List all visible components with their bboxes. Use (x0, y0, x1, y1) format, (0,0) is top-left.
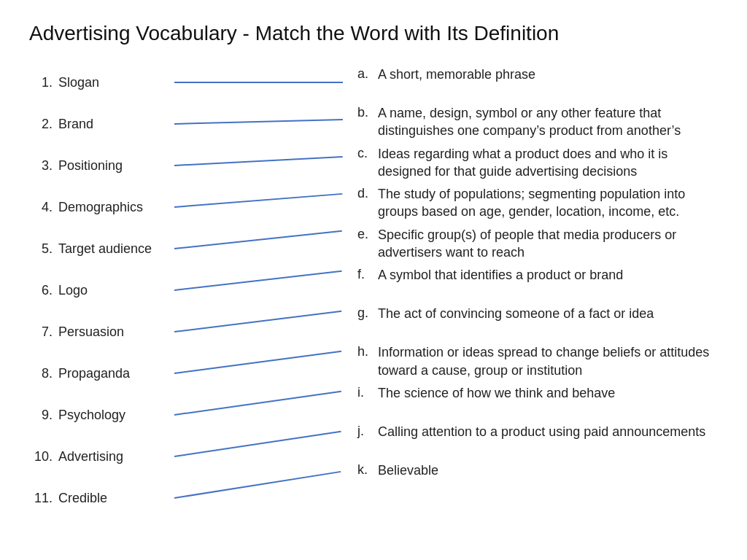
item-number: 5. (29, 241, 53, 257)
left-column: 1.Slogan2.Brand3.Positioning4.Demographi… (29, 66, 343, 523)
right-item: i.The science of how we think and behave (357, 384, 718, 418)
left-item: 3.Positioning (29, 149, 343, 182)
left-item: 5.Target audience (29, 232, 343, 265)
item-word: Advertising (58, 449, 171, 464)
left-item: 10.Advertising (29, 440, 343, 473)
right-item: g.The act of convincing someone of a fac… (357, 305, 718, 338)
item-number: 8. (29, 366, 53, 381)
right-item: h.Information or ideas spread to change … (357, 343, 718, 379)
match-line (174, 431, 341, 457)
right-item: e.Specific group(s) of people that media… (357, 226, 718, 262)
right-item: k.Believable (357, 462, 718, 495)
item-number: 11. (29, 491, 53, 506)
definition-text: The act of convincing someone of a fact … (378, 305, 718, 322)
left-item: 7.Persuasion (29, 315, 343, 349)
item-word: Psychology (58, 408, 171, 423)
item-word: Logo (58, 283, 171, 298)
item-number: 2. (29, 117, 53, 132)
definition-text: Specific group(s) of people that media p… (378, 226, 718, 262)
page-title: Advertising Vocabulary - Match the Word … (29, 22, 718, 45)
definition-letter: h. (357, 343, 378, 359)
definition-text: Information or ideas spread to change be… (378, 343, 718, 379)
definition-letter: e. (357, 226, 378, 242)
definition-letter: c. (357, 145, 378, 161)
match-line (174, 471, 341, 499)
item-number: 1. (29, 75, 53, 90)
definition-letter: g. (357, 305, 378, 321)
match-line (174, 119, 343, 125)
right-item: d.The study of populations; segmenting p… (357, 185, 718, 221)
definition-text: The science of how we think and behave (378, 384, 718, 402)
item-word: Brand (58, 117, 171, 132)
item-number: 9. (29, 408, 53, 423)
item-word: Slogan (58, 75, 171, 90)
match-line (174, 82, 343, 83)
item-word: Credible (58, 491, 171, 506)
match-line (174, 391, 341, 416)
right-item: c.Ideas regarding what a product does an… (357, 145, 718, 181)
match-container: 1.Slogan2.Brand3.Positioning4.Demographi… (29, 66, 718, 523)
right-item: f.A symbol that identifies a product or … (357, 266, 718, 300)
definition-letter: b. (357, 104, 378, 120)
item-number: 10. (29, 449, 53, 464)
match-line (174, 351, 341, 374)
match-line (174, 156, 343, 166)
definition-text: A name, design, symbol or any other feat… (378, 104, 718, 140)
item-number: 3. (29, 158, 53, 174)
item-number: 7. (29, 324, 53, 340)
right-item: b.A name, design, symbol or any other fe… (357, 104, 718, 140)
left-item: 4.Demographics (29, 190, 343, 224)
match-line (174, 230, 342, 249)
left-item: 11.Credible (29, 481, 343, 515)
definition-text: The study of populations; segmenting pop… (378, 185, 718, 221)
item-word: Persuasion (58, 324, 171, 340)
definition-text: A short, memorable phrase (378, 66, 718, 83)
definition-letter: f. (357, 266, 378, 282)
right-column: a.A short, memorable phraseb.A name, des… (343, 66, 718, 523)
definition-letter: k. (357, 462, 378, 478)
definition-letter: a. (357, 66, 378, 82)
item-word: Positioning (58, 158, 171, 174)
right-item: j.Calling attention to a product using p… (357, 423, 718, 456)
left-item: 2.Brand (29, 107, 343, 141)
left-item: 8.Propaganda (29, 357, 343, 390)
right-item: a.A short, memorable phrase (357, 66, 718, 99)
definition-letter: i. (357, 384, 378, 400)
left-item: 9.Psychology (29, 398, 343, 432)
definition-text: Ideas regarding what a product does and … (378, 145, 718, 181)
match-line (174, 311, 342, 332)
item-word: Target audience (58, 241, 171, 257)
left-item: 1.Slogan (29, 66, 343, 99)
definition-text: A symbol that identifies a product or br… (378, 266, 718, 284)
left-item: 6.Logo (29, 273, 343, 307)
definition-text: Calling attention to a product using pai… (378, 423, 718, 440)
item-number: 4. (29, 200, 53, 215)
item-word: Demographics (58, 200, 171, 215)
definition-letter: d. (357, 185, 378, 201)
item-number: 6. (29, 283, 53, 298)
match-line (174, 193, 342, 208)
definition-letter: j. (357, 423, 378, 439)
definition-text: Believable (378, 462, 718, 479)
item-word: Propaganda (58, 366, 171, 381)
match-line (174, 271, 342, 291)
